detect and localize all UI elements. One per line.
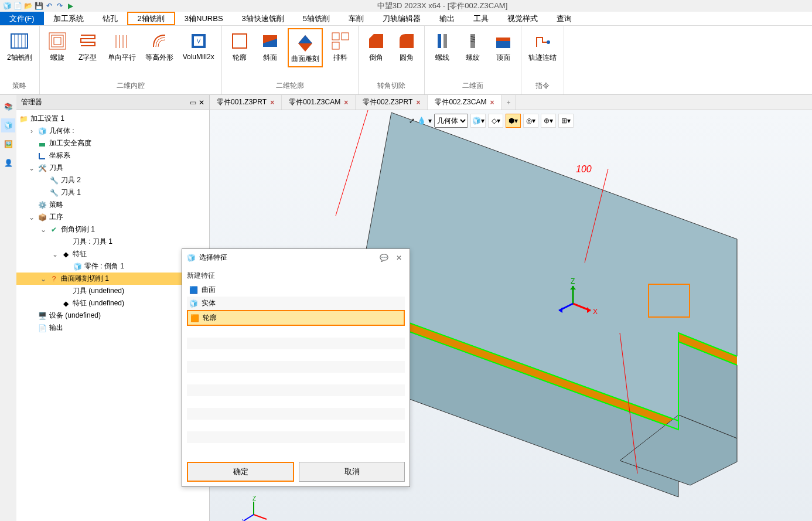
ribbon-oneway[interactable]: 单向平行 <box>105 28 138 65</box>
tree-root[interactable]: 📁加工设置 1 <box>16 113 209 125</box>
mill-icon <box>9 30 30 52</box>
ribbon-profile[interactable]: 轮廓 <box>227 28 253 65</box>
tree-op1-part[interactable]: 🧊零件 : 倒角 1 <box>16 260 209 273</box>
doctab-3[interactable]: 零件002.Z3CAM× <box>428 95 501 110</box>
add-tab[interactable]: + <box>501 95 516 110</box>
feature-surface[interactable]: 🟦曲面 <box>187 283 405 297</box>
tree-op2-feat[interactable]: ◆特征 (undefined) <box>16 297 209 309</box>
ribbon-zigzag[interactable]: Z字型 <box>75 28 101 65</box>
tree-op1[interactable]: ⌄✔倒角切削 1 <box>16 223 209 236</box>
tree-strategy[interactable]: ⚙️策略 <box>16 199 209 211</box>
tree-op1-feat[interactable]: ⌄◆特征 <box>16 248 209 260</box>
play-icon[interactable]: ▶ <box>66 1 75 11</box>
surface-icon: 🟦 <box>189 286 198 294</box>
vt-expand-icon[interactable]: ⤢ <box>409 117 415 125</box>
vt-target-icon[interactable]: ⊕▾ <box>541 114 556 128</box>
tree-safe[interactable]: 加工安全高度 <box>16 137 209 149</box>
lb-user-icon[interactable]: 👤 <box>1 156 15 170</box>
menu-item-11[interactable]: 查询 <box>547 12 581 25</box>
tree-device[interactable]: 🖥️设备 (undefined) <box>16 309 209 322</box>
tree-geom[interactable]: ›🧊几何体 : <box>16 125 209 137</box>
tree-op1-tool[interactable]: 刀具 : 刀具 1 <box>16 236 209 248</box>
ok-button[interactable]: 确定 <box>187 462 294 482</box>
ribbon-spiral[interactable]: 螺旋 <box>45 28 70 65</box>
tree-tools[interactable]: ⌄🛠️刀具 <box>16 162 209 174</box>
menu-item-3[interactable]: 3轴NURBS <box>175 12 233 25</box>
menu-item-5[interactable]: 5轴铣削 <box>294 12 339 25</box>
ribbon-chamfer[interactable]: 倒角 <box>363 28 389 65</box>
ribbon-thread[interactable]: 螺纹 <box>460 28 486 65</box>
dialog-close-icon[interactable]: ✕ <box>393 253 405 263</box>
menu-item-4[interactable]: 3轴快速铣削 <box>233 12 294 25</box>
tree-ops[interactable]: ⌄📦工序 <box>16 211 209 223</box>
tree-op2-tool[interactable]: 刀具 (undefined) <box>16 285 209 297</box>
geom-icon: 🧊 <box>37 127 47 136</box>
ribbon-contour-z[interactable]: 等高外形 <box>143 28 176 65</box>
ribbon-fillet[interactable]: 圆角 <box>394 28 419 65</box>
vt-circle-icon[interactable]: ◎▾ <box>523 114 538 128</box>
menu-item-0[interactable]: 加工系统 <box>44 12 93 25</box>
close-tab-icon[interactable]: × <box>270 98 274 107</box>
menu-item-2[interactable]: 2轴铣削 <box>127 12 175 25</box>
tree-op2[interactable]: ⌄?曲面雕刻切削 1 <box>16 273 209 285</box>
vt-palette-icon[interactable]: ▾ <box>428 117 432 125</box>
redo-icon[interactable]: ↷ <box>55 1 64 11</box>
ops-icon: 📦 <box>37 213 47 222</box>
save-icon[interactable]: 💾 <box>34 1 43 11</box>
ribbon-surface-engrave[interactable]: 曲面雕刻 <box>288 28 323 67</box>
vt-cube-icon[interactable]: 🧊▾ <box>470 114 486 128</box>
doctab-1[interactable]: 零件001.Z3CAM× <box>282 95 356 110</box>
vt-drop-icon[interactable]: 💧 <box>417 117 426 125</box>
close-tab-icon[interactable]: × <box>416 98 420 107</box>
ribbon-top-face[interactable]: 顶面 <box>490 28 516 65</box>
manager-collapse-icon[interactable]: ▭ <box>190 98 196 107</box>
lb-cube-icon[interactable]: 🧊 <box>1 118 15 132</box>
svg-text:Y: Y <box>242 519 246 521</box>
coord-icon <box>37 151 47 161</box>
feat-icon: ◆ <box>61 250 70 259</box>
ribbon-nesting[interactable]: 排料 <box>327 28 353 65</box>
lb-layers-icon[interactable]: 📚 <box>1 100 15 114</box>
manager-close-icon[interactable]: ✕ <box>199 98 204 107</box>
feature-list: 🟦曲面 🧊实体 🟧轮廓 <box>187 283 405 326</box>
vt-mode-select[interactable]: 几何体 <box>434 114 468 128</box>
ribbon-volumill[interactable]: VVoluMill2x <box>180 28 217 63</box>
menu-item-1[interactable]: 钻孔 <box>93 12 127 25</box>
tree-output[interactable]: 📄输出 <box>16 322 209 334</box>
close-tab-icon[interactable]: × <box>490 98 494 107</box>
ribbon-2axis-mill[interactable]: 2轴铣削 <box>5 28 35 65</box>
tree-tool2[interactable]: 🔧刀具 2 <box>16 174 209 186</box>
dialog-titlebar[interactable]: 🧊 选择特征 💬 ✕ <box>182 249 410 266</box>
undo-icon[interactable]: ↶ <box>45 1 54 11</box>
feature-profile[interactable]: 🟧轮廓 <box>187 310 405 326</box>
menu-item-8[interactable]: 输出 <box>430 12 464 25</box>
vt-render-icon[interactable]: ⬢▾ <box>506 114 521 128</box>
doctab-0[interactable]: 零件001.Z3PRT× <box>210 95 282 110</box>
menu-item-10[interactable]: 视觉样式 <box>498 12 547 25</box>
menu-item-6[interactable]: 车削 <box>339 12 373 25</box>
cancel-button[interactable]: 取消 <box>299 462 405 482</box>
tree-coord[interactable]: 坐标系 <box>16 149 209 162</box>
vt-plane-icon[interactable]: ⊞▾ <box>558 114 574 128</box>
menu-item-9[interactable]: 工具 <box>464 12 498 25</box>
safe-icon <box>37 139 47 148</box>
ribbon-link-path[interactable]: 轨迹连结 <box>526 28 559 65</box>
menu-file[interactable]: 文件(F) <box>0 12 44 25</box>
lb-visual-icon[interactable]: 🖼️ <box>1 137 15 151</box>
vt-wire-icon[interactable]: ◇▾ <box>488 114 503 128</box>
close-tab-icon[interactable]: × <box>344 98 348 107</box>
spiral-icon <box>47 30 68 52</box>
ribbon-ramp[interactable]: 斜面 <box>257 28 283 65</box>
open-icon[interactable]: 📂 <box>23 1 33 11</box>
svg-rect-13 <box>233 34 247 48</box>
doctab-2[interactable]: 零件002.Z3PRT× <box>356 95 428 110</box>
menu-item-7[interactable]: 刀轨编辑器 <box>373 12 430 25</box>
tree-tool1[interactable]: 🔧刀具 1 <box>16 186 209 199</box>
ramp-icon <box>260 30 281 52</box>
ribbon-helix[interactable]: 螺线 <box>429 28 455 65</box>
dialog-help-icon[interactable]: 💬 <box>378 253 390 263</box>
feature-solid[interactable]: 🧊实体 <box>187 297 405 310</box>
new-icon[interactable]: 📄 <box>13 1 22 11</box>
svg-line-34 <box>336 110 368 216</box>
volumill-icon: V <box>188 30 209 52</box>
